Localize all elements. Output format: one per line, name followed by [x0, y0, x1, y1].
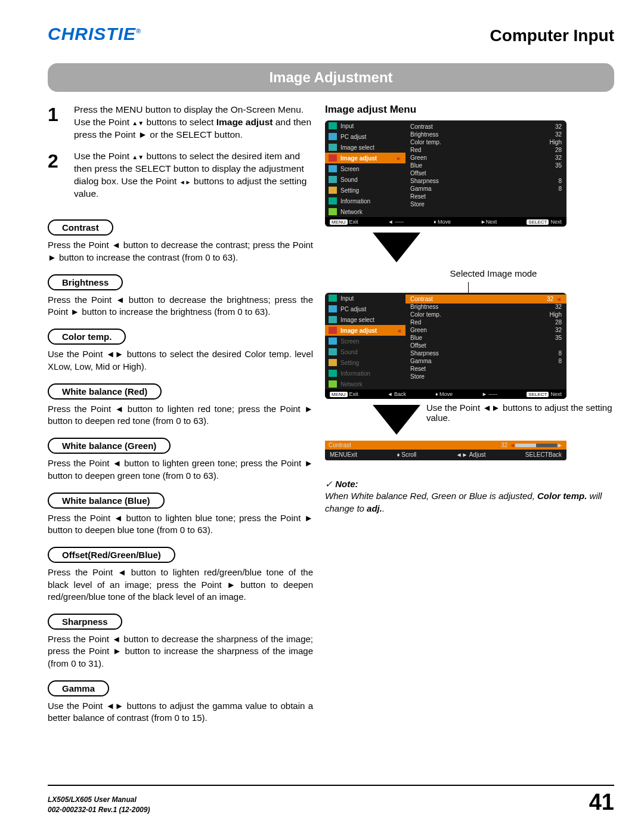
page-number: 41	[589, 789, 614, 815]
osd-param-row: Store	[410, 373, 562, 380]
osd-menu-item: Information	[325, 196, 405, 206]
adjustment-label: Sharpness	[48, 614, 122, 630]
osd-menu-item: Sound	[325, 346, 405, 357]
adjustment-label: Brightness	[48, 274, 123, 290]
osd-param-row: Reset	[410, 365, 562, 373]
osd-param-row: Green32	[410, 326, 562, 334]
adjustment-desc: Press the Point ◄ button to lighten red/…	[48, 566, 313, 603]
step-1: 1 Press the MENU button to display the O…	[48, 104, 313, 141]
osd-menu-item: Setting	[325, 185, 405, 196]
osd-slider: Contrast 32 ◄► MENUExit ♦ Scroll ◄► Adju…	[325, 441, 566, 460]
page-footer: LX505/LX605 User Manual 002-000232-01 Re…	[48, 785, 614, 815]
osd-param-row: Contrast32	[410, 123, 562, 131]
osd-menu-item: Image select	[325, 314, 405, 325]
osd-param-row: Reset	[410, 193, 562, 200]
adjustment-label: Color temp.	[48, 329, 126, 345]
menu-icon	[329, 348, 337, 355]
osd-menu-item: Network	[325, 379, 405, 389]
note-block: Note: When White balance Red, Green or B…	[325, 478, 614, 515]
adjustment-label: White balance (Red)	[48, 383, 162, 400]
osd-menu-item: Input	[325, 120, 405, 131]
osd-menu-item: Information	[325, 368, 405, 379]
adjustment-desc: Press the Point ◄ button to lighten blue…	[48, 512, 313, 537]
osd-param-row: Blue35	[410, 334, 562, 342]
osd-menu-item: Image select	[325, 142, 405, 153]
osd-param-row: Brightness32	[410, 303, 562, 311]
osd-param-row: Color temp.High	[410, 138, 562, 146]
osd-param-row: Green32	[410, 154, 562, 162]
caption-adjust: Use the Point ◄► buttons to adjust the s…	[426, 402, 614, 423]
osd-menu-item: Network	[325, 206, 405, 217]
osd-param-row: Sharpness8	[410, 349, 562, 357]
menu-icon	[329, 154, 337, 162]
osd-menu-item: Setting	[325, 357, 405, 368]
menu-icon	[329, 208, 337, 215]
menu-icon	[329, 380, 337, 388]
menu-icon	[329, 133, 337, 140]
osd-param-row: Brightness32	[410, 131, 562, 138]
right-heading: Image adjust Menu	[325, 104, 614, 116]
osd-screenshot-2: InputPC adjustImage selectImage adjust ◄…	[325, 293, 566, 399]
osd-param-row: Sharpness8	[410, 177, 562, 185]
menu-icon	[329, 359, 337, 366]
menu-icon	[329, 327, 337, 334]
section-heading: Image Adjustment	[48, 63, 614, 92]
menu-icon	[329, 305, 337, 312]
adjustment-label: Gamma	[48, 680, 109, 696]
osd-param-row: Contrast32◄	[405, 295, 566, 304]
osd-menu-item: Image adjust ◄	[325, 325, 405, 336]
osd-menu-item: Sound	[325, 174, 405, 185]
menu-icon	[329, 370, 337, 377]
osd-param-row: Offset	[410, 169, 562, 177]
osd-param-row: Store	[410, 200, 562, 208]
osd-param-row: Color temp.High	[410, 311, 562, 318]
osd-param-row: Gamma8	[410, 185, 562, 193]
osd-menu-item: Input	[325, 293, 405, 304]
osd-menu-item: Screen	[325, 336, 405, 346]
adjustment-desc: Press the Point ◄ button to decrease the…	[48, 294, 313, 318]
adjustment-desc: Press the Point ◄ button to lighten red …	[48, 403, 313, 428]
menu-icon	[329, 187, 337, 194]
menu-icon	[329, 122, 337, 129]
adjustment-label: White balance (Blue)	[48, 493, 165, 509]
down-arrow-icon	[373, 233, 420, 262]
adjustment-desc: Use the Point ◄► buttons to select the d…	[48, 348, 313, 373]
adjustment-label: White balance (Green)	[48, 438, 171, 454]
adjustment-desc: Press the Point ◄ button to lighten gree…	[48, 457, 313, 482]
osd-param-row: Red28	[410, 146, 562, 154]
menu-icon	[329, 144, 337, 151]
adjustment-label: Offset(Red/Green/Blue)	[48, 547, 175, 563]
caption-selected-mode: Selected Image mode	[373, 268, 614, 278]
menu-icon	[329, 295, 337, 302]
adjustment-label: Contrast	[48, 219, 113, 236]
osd-param-row: Gamma8	[410, 357, 562, 365]
osd-param-row: Red28	[410, 318, 562, 326]
osd-menu-item: PC adjust	[325, 131, 405, 142]
osd-menu-item: PC adjust	[325, 304, 405, 314]
osd-menu-item: Screen	[325, 163, 405, 174]
osd-param-row: Blue35	[410, 162, 562, 169]
menu-icon	[329, 176, 337, 183]
osd-param-row: Offset	[410, 342, 562, 349]
osd-menu-item: Image adjust ►	[325, 153, 405, 163]
menu-icon	[329, 337, 337, 345]
adjustment-desc: Press the Point ◄ button to decrease the…	[48, 633, 313, 670]
menu-icon	[329, 197, 337, 205]
menu-icon	[329, 316, 337, 323]
adjustment-desc: Use the Point ◄► buttons to adjust the g…	[48, 700, 313, 724]
down-arrow-icon	[373, 405, 420, 435]
adjustment-desc: Press the Point ◄ button to decrease the…	[48, 239, 313, 264]
osd-screenshot-1: InputPC adjustImage selectImage adjust ►…	[325, 120, 566, 227]
menu-icon	[329, 165, 337, 172]
step-2: 2 Use the Point buttons to select the de…	[48, 150, 313, 200]
